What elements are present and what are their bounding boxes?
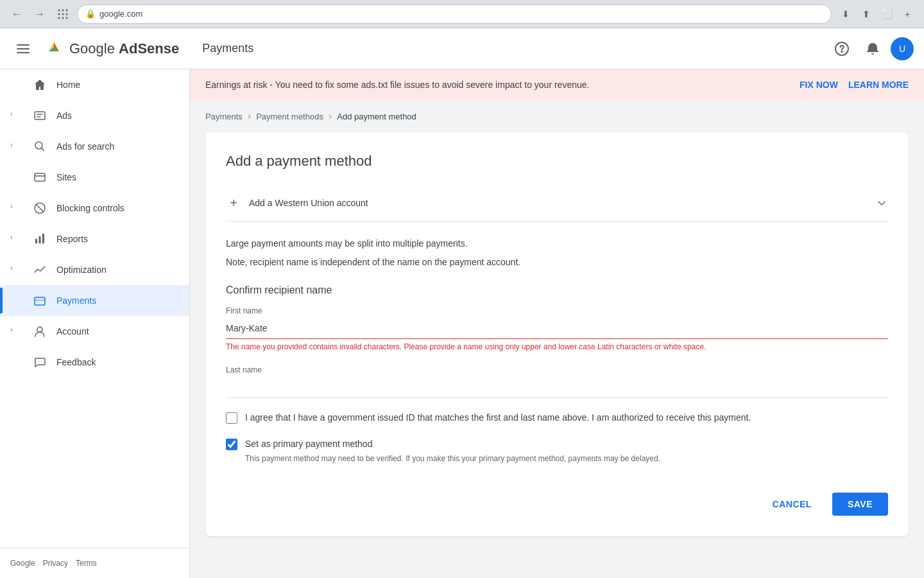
first-name-label: First name — [226, 306, 888, 315]
sidebar: Home › Ads › Ads for search — [0, 69, 190, 578]
agree-checkbox-row: I agree that I have a government issued … — [226, 411, 888, 425]
svg-rect-19 — [39, 236, 41, 243]
svg-rect-14 — [35, 112, 45, 119]
extend-icon[interactable]: ⬜ — [878, 5, 896, 23]
sidebar-label-ads: Ads — [56, 110, 72, 121]
error-message: The name you provided contains invalid c… — [226, 342, 888, 353]
sidebar-label-feedback: Feedback — [56, 357, 96, 367]
sidebar-item-ads[interactable]: › Ads — [0, 100, 189, 131]
sidebar-label-sites: Sites — [56, 172, 76, 182]
sidebar-item-optimization[interactable]: › Optimization — [0, 254, 189, 285]
breadcrumb: Payments › Payment methods › Add payment… — [190, 100, 924, 132]
logo-text: Google AdSense — [69, 40, 179, 57]
download-icon[interactable]: ⬇ — [837, 5, 855, 23]
sidebar-label-blocking-controls: Blocking controls — [56, 203, 124, 213]
avatar[interactable]: U — [891, 37, 914, 60]
payment-method-row[interactable]: + Add a Western Union account — [226, 185, 888, 222]
address-bar[interactable]: 🔒 google.com — [77, 4, 832, 24]
notification-button[interactable] — [860, 36, 886, 62]
browser-chrome: ← → 🔒 google.com ⬇ ⬆ ⬜ + — [0, 0, 924, 28]
sidebar-item-account[interactable]: › Account — [0, 316, 189, 347]
menu-button[interactable] — [10, 36, 36, 62]
sidebar-label-account: Account — [56, 326, 89, 337]
home-icon — [33, 78, 46, 91]
reports-icon — [33, 232, 46, 245]
agree-checkbox[interactable] — [226, 412, 237, 424]
sidebar-footer: Google Privacy Terms — [0, 548, 189, 578]
learn-more-link[interactable]: LEARN MORE — [848, 80, 909, 90]
ads-search-chevron: › — [10, 141, 21, 152]
card-title: Add a payment method — [226, 153, 888, 170]
footer-privacy[interactable]: Privacy — [43, 559, 68, 568]
sidebar-label-payments: Payments — [56, 295, 96, 306]
info-line2: Note, recipient name is independent of t… — [226, 256, 888, 269]
sidebar-item-feedback[interactable]: Feedback — [0, 347, 189, 378]
last-name-input[interactable] — [226, 377, 888, 398]
feedback-chevron — [10, 357, 21, 367]
logo[interactable]: Google AdSense — [44, 39, 179, 59]
form-section-title: Confirm recipient name — [226, 285, 888, 296]
save-button[interactable]: SAVE — [832, 493, 888, 516]
sidebar-item-blocking-controls[interactable]: › Blocking controls — [0, 193, 189, 223]
back-button[interactable]: ← — [8, 5, 26, 23]
account-chevron: › — [10, 326, 21, 337]
help-button[interactable] — [829, 36, 855, 62]
payment-method-label: Add a Western Union account — [249, 198, 875, 208]
footer-terms[interactable]: Terms — [76, 559, 97, 568]
sidebar-item-sites[interactable]: Sites — [0, 162, 189, 193]
primary-checkbox-row: Set as primary payment method This payme… — [226, 437, 888, 464]
home-chevron — [10, 80, 21, 90]
forward-button[interactable]: → — [31, 5, 49, 23]
sidebar-label-reports: Reports — [56, 234, 88, 244]
top-header: Google AdSense Payments U — [0, 28, 924, 69]
sites-icon — [33, 171, 46, 184]
last-name-group: Last name — [226, 365, 888, 398]
new-tab-icon[interactable]: + — [898, 5, 916, 23]
blocking-chevron: › — [10, 203, 21, 213]
svg-point-13 — [841, 51, 842, 51]
alert-banner: Earnings at risk - You need to fix some … — [190, 69, 924, 100]
svg-point-23 — [37, 327, 42, 332]
last-name-label: Last name — [226, 365, 888, 374]
svg-point-1 — [62, 9, 64, 11]
apps-button[interactable] — [54, 5, 72, 23]
payments-chevron — [10, 295, 21, 306]
svg-rect-11 — [17, 52, 30, 53]
primary-checkbox-label[interactable]: Set as primary payment method — [245, 439, 372, 449]
agree-checkbox-label[interactable]: I agree that I have a government issued … — [245, 411, 751, 425]
footer-google[interactable]: Google — [10, 559, 35, 568]
svg-rect-9 — [17, 44, 30, 46]
svg-point-3 — [58, 13, 60, 15]
sites-chevron — [10, 172, 21, 182]
svg-point-0 — [58, 9, 60, 11]
svg-rect-20 — [42, 234, 44, 243]
svg-rect-16 — [35, 173, 45, 181]
breadcrumb-payments[interactable]: Payments — [205, 112, 243, 121]
sidebar-item-payments[interactable]: Payments — [0, 285, 189, 316]
account-icon — [33, 325, 46, 338]
sidebar-item-home[interactable]: Home — [0, 69, 189, 100]
optimization-chevron: › — [10, 265, 21, 275]
primary-checkbox[interactable] — [226, 439, 237, 450]
svg-point-8 — [66, 17, 68, 19]
cancel-button[interactable]: CANCEL — [757, 493, 827, 516]
sidebar-item-reports[interactable]: › Reports — [0, 223, 189, 254]
optimization-icon — [33, 263, 46, 276]
app-container: Google AdSense Payments U — [0, 28, 924, 578]
url-text: google.com — [99, 9, 142, 19]
breadcrumb-sep-2: › — [329, 110, 332, 122]
lock-icon: 🔒 — [85, 9, 96, 19]
first-name-input[interactable] — [226, 318, 888, 339]
sidebar-label-optimization: Optimization — [56, 265, 107, 275]
share-icon[interactable]: ⬆ — [857, 5, 875, 23]
breadcrumb-sep-1: › — [248, 110, 251, 122]
svg-rect-22 — [35, 299, 45, 301]
sidebar-item-ads-for-search[interactable]: › Ads for search — [0, 131, 189, 162]
breadcrumb-payment-methods[interactable]: Payment methods — [256, 112, 323, 121]
pm-chevron-icon — [875, 197, 888, 209]
fix-now-link[interactable]: FIX NOW — [800, 80, 838, 90]
first-name-group: First name The name you provided contain… — [226, 306, 888, 353]
header-actions: U — [829, 36, 914, 62]
svg-point-6 — [58, 17, 60, 19]
blocking-icon — [33, 202, 46, 215]
